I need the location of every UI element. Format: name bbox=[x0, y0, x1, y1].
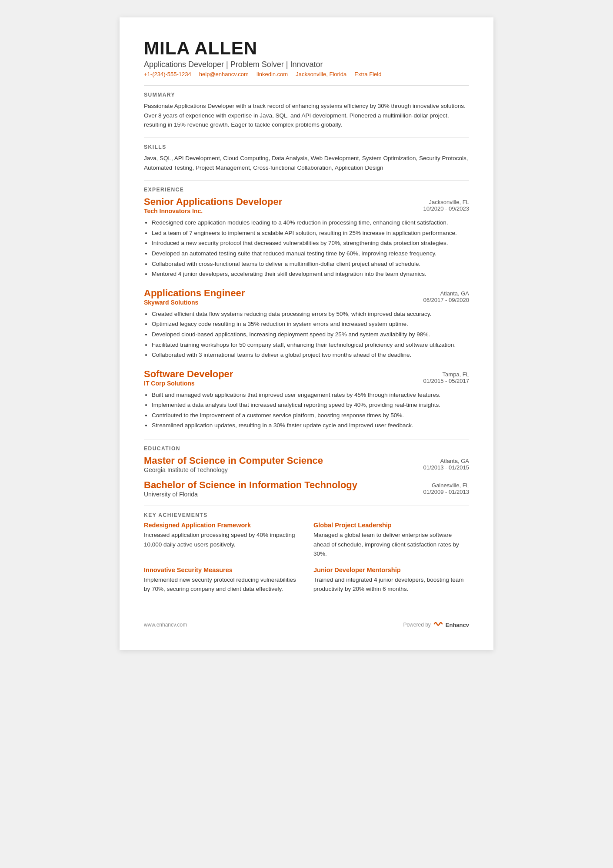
exp-location-3: Tampa, FL bbox=[423, 371, 469, 378]
education-label: EDUCATION bbox=[144, 446, 469, 452]
list-item: Collaborated with cross-functional teams… bbox=[152, 259, 469, 269]
enhancv-logo-icon bbox=[433, 620, 443, 629]
edu-degree-group-2: Bachelor of Science in Information Techn… bbox=[144, 479, 357, 498]
achievement-text-2: Managed a global team to deliver enterpr… bbox=[313, 530, 469, 559]
edu-degree-1: Master of Science in Computer Science bbox=[144, 455, 323, 466]
list-item: Introduced a new security protocol that … bbox=[152, 238, 469, 248]
experience-label: EXPERIENCE bbox=[144, 187, 469, 193]
exp-header-2: Applications Engineer Skyward Solutions … bbox=[144, 288, 469, 306]
edu-location-1: Atlanta, GA bbox=[423, 458, 469, 464]
exp-location-2: Atlanta, GA bbox=[423, 290, 469, 297]
education-item-2: Bachelor of Science in Information Techn… bbox=[144, 479, 469, 498]
edu-location-2: Gainesville, FL bbox=[423, 482, 469, 489]
achievements-label: KEY ACHIEVEMENTS bbox=[144, 512, 469, 518]
edu-header-1: Master of Science in Computer Science Ge… bbox=[144, 455, 469, 473]
exp-title-group-1: Senior Applications Developer Tech Innov… bbox=[144, 196, 282, 214]
list-item: Developed cloud-based applications, incr… bbox=[152, 330, 469, 339]
list-item: Implemented a data analysis tool that in… bbox=[152, 400, 469, 410]
exp-header-3: Software Developer IT Corp Solutions Tam… bbox=[144, 369, 469, 387]
list-item: Redesigned core application modules lead… bbox=[152, 218, 469, 228]
achievement-item-1: Redesigned Application Framework Increas… bbox=[144, 522, 300, 559]
list-item: Developed an automated testing suite tha… bbox=[152, 249, 469, 258]
exp-company-1: Tech Innovators Inc. bbox=[144, 208, 282, 214]
resume-footer: www.enhancv.com Powered by Enhancv bbox=[144, 615, 469, 629]
list-item: Created efficient data flow systems redu… bbox=[152, 309, 469, 319]
education-item-1: Master of Science in Computer Science Ge… bbox=[144, 455, 469, 473]
summary-section: SUMMARY Passionate Applications Develope… bbox=[144, 92, 469, 130]
education-section: EDUCATION Master of Science in Computer … bbox=[144, 446, 469, 498]
list-item: Optimized legacy code resulting in a 35%… bbox=[152, 319, 469, 329]
skills-label: SKILLS bbox=[144, 144, 469, 150]
exp-date-3: 01/2015 - 05/2017 bbox=[423, 378, 469, 384]
edu-date-2: 01/2009 - 01/2013 bbox=[423, 489, 469, 495]
achievement-title-2: Global Project Leadership bbox=[313, 522, 469, 529]
list-item: Mentored 4 junior developers, accelerati… bbox=[152, 269, 469, 279]
edu-date-1: 01/2013 - 01/2015 bbox=[423, 464, 469, 471]
exp-company-2: Skyward Solutions bbox=[144, 299, 245, 306]
contact-email[interactable]: help@enhancv.com bbox=[199, 71, 249, 77]
exp-job-title-1: Senior Applications Developer bbox=[144, 196, 282, 208]
achievement-text-1: Increased application processing speed b… bbox=[144, 530, 300, 549]
list-item: Facilitated training workshops for 50 co… bbox=[152, 340, 469, 350]
achievement-title-3: Innovative Security Measures bbox=[144, 566, 300, 573]
experience-section: EXPERIENCE Senior Applications Developer… bbox=[144, 187, 469, 430]
skills-divider bbox=[144, 180, 469, 181]
exp-job-title-3: Software Developer bbox=[144, 369, 233, 380]
exp-meta-3: Tampa, FL 01/2015 - 05/2017 bbox=[423, 369, 469, 384]
contact-info: +1-(234)-555-1234 help@enhancv.com linke… bbox=[144, 71, 469, 77]
powered-by-label: Powered by bbox=[403, 622, 430, 628]
edu-meta-2: Gainesville, FL 01/2009 - 01/2013 bbox=[423, 479, 469, 495]
education-divider bbox=[144, 506, 469, 506]
list-item: Contributed to the improvement of a cust… bbox=[152, 411, 469, 420]
resume-document: MILA ALLEN Applications Developer | Prob… bbox=[120, 17, 493, 650]
summary-text: Passionate Applications Developer with a… bbox=[144, 101, 469, 130]
list-item: Collaborated with 3 international teams … bbox=[152, 350, 469, 360]
contact-location: Jacksonville, Florida bbox=[296, 71, 346, 77]
achievement-item-3: Innovative Security Measures Implemented… bbox=[144, 566, 300, 594]
exp-date-1: 10/2020 - 09/2023 bbox=[423, 205, 469, 212]
exp-bullets-2: Created efficient data flow systems redu… bbox=[144, 309, 469, 360]
experience-item-1: Senior Applications Developer Tech Innov… bbox=[144, 196, 469, 279]
exp-bullets-3: Built and managed web applications that … bbox=[144, 390, 469, 430]
skills-section: SKILLS Java, SQL, API Development, Cloud… bbox=[144, 144, 469, 172]
exp-date-2: 06/2017 - 09/2020 bbox=[423, 297, 469, 303]
achievement-text-4: Trained and integrated 4 junior develope… bbox=[313, 575, 469, 594]
achievement-item-4: Junior Developer Mentorship Trained and … bbox=[313, 566, 469, 594]
summary-divider bbox=[144, 137, 469, 138]
footer-powered-by: Powered by Enhancv bbox=[403, 620, 469, 629]
exp-title-group-3: Software Developer IT Corp Solutions bbox=[144, 369, 233, 387]
exp-meta-2: Atlanta, GA 06/2017 - 09/2020 bbox=[423, 288, 469, 303]
achievement-title-4: Junior Developer Mentorship bbox=[313, 566, 469, 573]
achievement-text-3: Implemented new security protocol reduci… bbox=[144, 575, 300, 594]
brand-name: Enhancv bbox=[446, 622, 469, 628]
list-item: Led a team of 7 engineers to implement a… bbox=[152, 228, 469, 238]
achievement-title-1: Redesigned Application Framework bbox=[144, 522, 300, 529]
header-divider bbox=[144, 85, 469, 86]
exp-bullets-1: Redesigned core application modules lead… bbox=[144, 218, 469, 279]
edu-degree-2: Bachelor of Science in Information Techn… bbox=[144, 479, 357, 491]
exp-title-group-2: Applications Engineer Skyward Solutions bbox=[144, 288, 245, 306]
exp-meta-1: Jacksonville, FL 10/2020 - 09/2023 bbox=[423, 196, 469, 212]
exp-job-title-2: Applications Engineer bbox=[144, 288, 245, 299]
list-item: Streamlined application updates, resulti… bbox=[152, 421, 469, 430]
edu-school-1: Georgia Institute of Technology bbox=[144, 466, 323, 473]
edu-meta-1: Atlanta, GA 01/2013 - 01/2015 bbox=[423, 455, 469, 471]
exp-location-1: Jacksonville, FL bbox=[423, 199, 469, 205]
experience-item-3: Software Developer IT Corp Solutions Tam… bbox=[144, 369, 469, 430]
edu-header-2: Bachelor of Science in Information Techn… bbox=[144, 479, 469, 498]
experience-divider bbox=[144, 439, 469, 439]
list-item: Built and managed web applications that … bbox=[152, 390, 469, 400]
summary-label: SUMMARY bbox=[144, 92, 469, 98]
achievement-item-2: Global Project Leadership Managed a glob… bbox=[313, 522, 469, 559]
contact-extra: Extra Field bbox=[354, 71, 381, 77]
contact-phone: +1-(234)-555-1234 bbox=[144, 71, 191, 77]
candidate-name: MILA ALLEN bbox=[144, 38, 469, 58]
exp-company-3: IT Corp Solutions bbox=[144, 380, 233, 387]
achievements-section: KEY ACHIEVEMENTS Redesigned Application … bbox=[144, 512, 469, 602]
footer-url: www.enhancv.com bbox=[144, 622, 187, 628]
exp-header-1: Senior Applications Developer Tech Innov… bbox=[144, 196, 469, 214]
header-section: MILA ALLEN Applications Developer | Prob… bbox=[144, 38, 469, 77]
edu-school-2: University of Florida bbox=[144, 491, 357, 498]
achievements-grid: Redesigned Application Framework Increas… bbox=[144, 522, 469, 602]
contact-linkedin[interactable]: linkedin.com bbox=[257, 71, 288, 77]
